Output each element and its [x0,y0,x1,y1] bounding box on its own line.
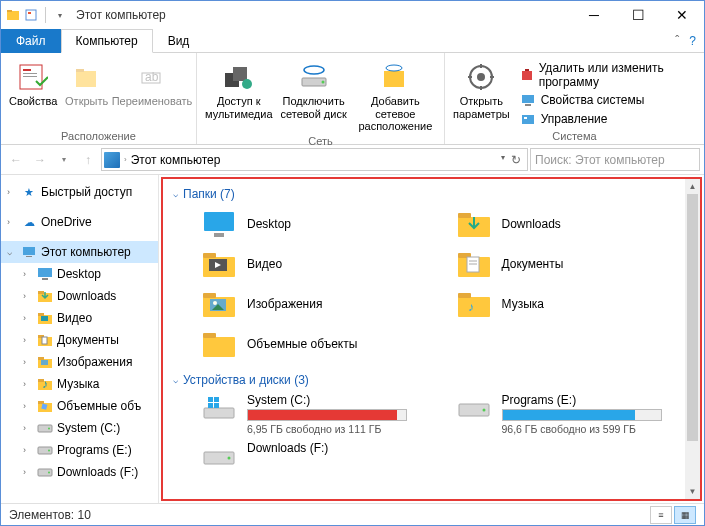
folder-item[interactable]: ♪Музыка [456,287,691,321]
search-input[interactable]: Поиск: Этот компьютер [530,148,700,171]
tree-item[interactable]: ›Programs (E:) [1,439,158,461]
drives-section-header[interactable]: ⌵Устройства и диски (3) [173,373,690,387]
drive-item[interactable]: Programs (E:)96,6 ГБ свободно из 599 ГБ [456,393,691,435]
scroll-up-icon[interactable]: ▲ [685,179,700,194]
svg-point-75 [213,301,217,305]
svg-rect-18 [384,71,404,87]
svg-rect-64 [203,253,216,258]
svg-point-88 [482,409,485,412]
svg-rect-0 [7,11,19,20]
address-bar[interactable]: › Этот компьютер ▾ ↻ [101,148,528,171]
music-icon: ♪ [37,376,53,392]
svg-rect-80 [203,337,235,357]
folder-icon [456,209,492,239]
svg-point-54 [48,428,50,430]
svg-rect-59 [204,212,234,231]
forward-button[interactable]: → [29,149,51,171]
folder-item[interactable]: Видео [201,247,436,281]
folders-section-header[interactable]: ⌵Папки (7) [173,187,690,201]
up-button[interactable]: ↑ [77,149,99,171]
svg-rect-60 [214,233,224,237]
svg-rect-28 [522,95,534,103]
svg-rect-30 [522,115,534,124]
ribbon-collapse-icon[interactable]: ˆ [675,34,679,48]
3d-icon [37,398,53,414]
recent-dropdown[interactable]: ▾ [53,149,75,171]
map-drive-button[interactable]: Подключить сетевой диск [279,57,349,120]
tree-item[interactable]: ›Desktop [1,263,158,285]
tree-item[interactable]: ›♪Музыка [1,373,158,395]
svg-rect-46 [41,360,48,365]
folder-item[interactable]: Desktop [201,207,436,241]
svg-rect-84 [214,397,219,402]
open-settings-button[interactable]: Открыть параметры [453,57,510,120]
address-dropdown-icon[interactable]: ▾ [501,153,505,167]
properties-button[interactable]: Свойства [9,57,57,108]
tree-onedrive[interactable]: ›☁OneDrive [1,211,158,233]
folder-icon [201,329,237,359]
tree-thispc[interactable]: ⌵Этот компьютер [1,241,158,263]
system-properties-button[interactable]: Свойства системы [520,92,696,108]
svg-text:♪: ♪ [468,300,474,314]
svg-rect-39 [38,313,44,316]
folder-item[interactable]: Объемные объекты [201,327,436,361]
svg-rect-8 [76,71,96,87]
scroll-down-icon[interactable]: ▼ [685,484,700,499]
media-access-button[interactable]: Доступ к мультимедиа [205,57,273,120]
tree-item[interactable]: ›Downloads [1,285,158,307]
qat-dropdown-icon[interactable]: ▾ [52,7,68,23]
svg-rect-35 [42,278,48,280]
tree-item[interactable]: ›Объемные объ [1,395,158,417]
status-items: Элементов: 10 [9,508,91,522]
folder-icon [201,289,237,319]
capacity-bar [247,409,407,421]
uninstall-button[interactable]: Удалить или изменить программу [520,61,696,89]
svg-rect-27 [525,69,529,71]
tab-computer[interactable]: Компьютер [61,29,153,53]
back-button[interactable]: ← [5,149,27,171]
svg-rect-33 [26,256,32,257]
drive-item[interactable]: Downloads (F:) [201,441,436,469]
svg-point-16 [321,81,324,84]
minimize-button[interactable]: ─ [572,1,616,29]
scrollbar[interactable]: ▲ ▼ [685,179,700,499]
help-icon[interactable]: ? [689,34,696,48]
svg-rect-3 [28,12,31,14]
group-system-label: Система [453,128,696,142]
tree-item[interactable]: ›System (C:) [1,417,158,439]
maximize-button[interactable]: ☐ [616,1,660,29]
tree-item[interactable]: ›Документы [1,329,158,351]
tree-quick-access[interactable]: ›★Быстрый доступ [1,181,158,203]
folder-item[interactable]: Downloads [456,207,691,241]
tab-view[interactable]: Вид [153,29,205,53]
svg-rect-85 [208,403,213,408]
tiles-view-button[interactable]: ▦ [674,506,696,524]
drive-icon [37,420,53,436]
folder-icon: ♪ [456,289,492,319]
svg-rect-31 [524,117,527,119]
drive-item[interactable]: System (C:)6,95 ГБ свободно из 111 ГБ [201,393,436,435]
tree-item[interactable]: ›Изображения [1,351,158,373]
capacity-bar [502,409,662,421]
svg-rect-73 [203,293,216,298]
manage-button[interactable]: Управление [520,111,696,127]
refresh-icon[interactable]: ↻ [511,153,521,167]
svg-rect-13 [233,67,247,81]
details-view-button[interactable]: ≡ [650,506,672,524]
close-button[interactable]: ✕ [660,1,704,29]
folder-item[interactable]: Документы [456,247,691,281]
add-network-button[interactable]: Добавить сетевое расположение [355,57,436,133]
open-button: Открыть [63,57,110,108]
tree-item[interactable]: ›Downloads (F:) [1,461,158,483]
svg-rect-40 [41,316,48,321]
qat-properties-icon[interactable] [23,7,39,23]
tree-item[interactable]: ›Видео [1,307,158,329]
svg-rect-7 [23,76,37,77]
folder-item[interactable]: Изображения [201,287,436,321]
tab-file[interactable]: Файл [1,29,61,53]
navigation-pane[interactable]: ›★Быстрый доступ ›☁OneDrive ⌵Этот компью… [1,175,159,503]
downloads-icon [37,288,53,304]
drive-icon [37,464,53,480]
scroll-thumb[interactable] [687,194,698,441]
drive-icon [37,442,53,458]
